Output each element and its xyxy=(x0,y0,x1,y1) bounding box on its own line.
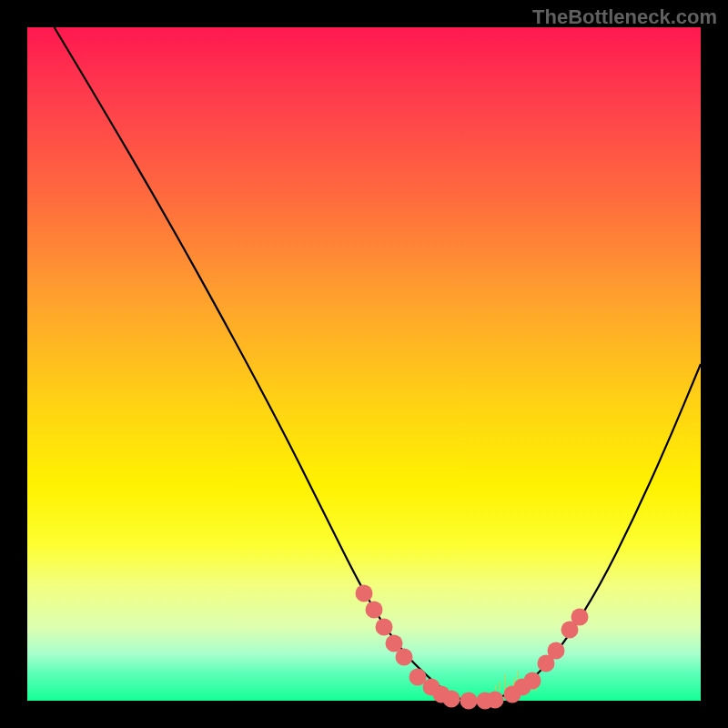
data-marker xyxy=(356,584,373,602)
data-marker xyxy=(524,672,541,689)
noise-spike xyxy=(500,682,500,691)
bottleneck-curve xyxy=(55,27,701,701)
data-marker xyxy=(547,642,564,659)
data-marker xyxy=(487,691,504,708)
data-marker xyxy=(460,693,477,710)
data-marker xyxy=(396,648,413,665)
data-marker xyxy=(443,690,460,707)
plot-area xyxy=(27,27,701,701)
data-marker xyxy=(376,618,393,635)
data-marker xyxy=(366,602,383,619)
watermark-text: TheBottleneck.com xyxy=(532,5,717,29)
data-marker xyxy=(571,608,588,625)
